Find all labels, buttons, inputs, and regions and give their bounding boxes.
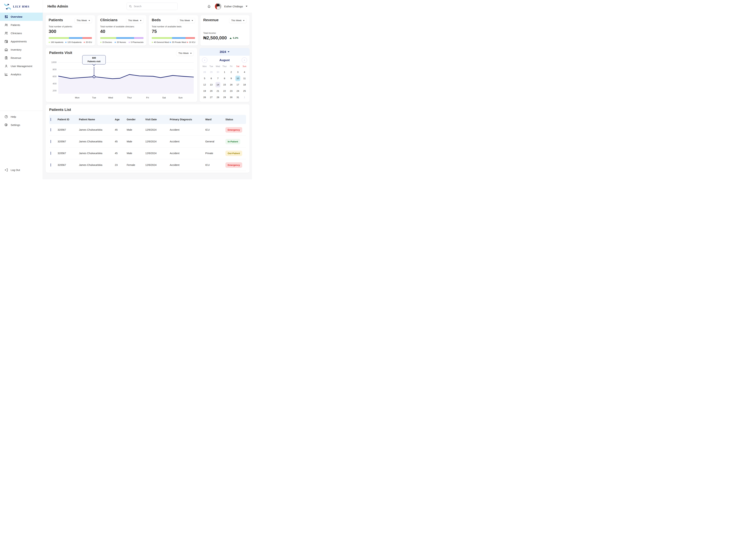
sidebar-item-log-out[interactable]: Log Out [0,166,43,174]
sidebar-item-inventory[interactable]: Inventory [0,45,43,54]
calendar-day[interactable]: 18 [241,81,248,88]
calendar-day[interactable]: 13 [208,81,214,88]
calendar-year-select[interactable]: 2024 [200,48,250,56]
calendar-day[interactable]: 9 [228,75,234,81]
x-axis-tick: Sun [178,96,182,99]
cell-gender: Male [127,128,145,131]
cell-ward: General [205,140,225,143]
chevron-down-icon [192,20,193,22]
calendar-next-month-button[interactable] [242,57,247,63]
calendar-day[interactable]: 12 [201,81,208,88]
calendar-day[interactable]: 28 [214,94,221,100]
legend-text: 120 Outpatients [68,41,81,43]
sidebar-item-analytics[interactable]: Analytics [0,70,43,79]
row-checkbox[interactable] [51,128,51,131]
chart-marker[interactable] [93,76,95,78]
line-chart: 600 Patients visit 1000800600400200MonTu… [58,58,194,95]
search-box[interactable] [126,3,178,10]
x-axis-tick: Tue [92,96,96,99]
sidebar-item-appointments[interactable]: Appointments [0,37,43,45]
calendar-day[interactable]: 17 [234,81,241,88]
calendar-weekday: Fri [228,64,234,69]
beds-period-select[interactable]: This Week [178,18,195,23]
calendar-day[interactable]: 20 [208,88,214,94]
calendar-day[interactable]: 14 [214,81,221,88]
calendar-day[interactable]: 15 [221,81,228,88]
beds-stat-card: Beds This Week Total number of available… [149,15,198,45]
cell-diagnosis: Accident [170,128,205,131]
clinicians-period-select[interactable]: This Week [126,18,144,23]
sidebar-item-overview[interactable]: Overview [0,13,43,21]
revenue-card: Revenue This Week Total Income: ₦2,500,0… [200,15,250,45]
column-header: Ward [205,118,225,121]
sidebar-item-patients[interactable]: Patients [0,21,43,29]
stat-legend: 160 Inpatients 120 Outpatients 20 ICU [49,41,92,43]
calendar-day[interactable]: 6 [208,75,214,81]
sidebar-item-label: Log Out [11,169,20,172]
sidebar-item-label: Patients [11,24,20,27]
calendar-day[interactable]: 1 [241,94,248,100]
row-checkbox[interactable] [51,163,51,167]
calendar-day[interactable]: 21 [214,88,221,94]
search-icon [129,5,132,8]
clinicians-icon [4,31,8,35]
sidebar-item-settings[interactable]: Settings [0,121,43,129]
sidebar-item-revenue[interactable]: Revenue [0,54,43,62]
calendar-day[interactable]: 28 [201,69,208,75]
user-avatar[interactable] [215,3,221,10]
select-all-checkbox[interactable] [51,118,51,121]
sidebar-item-help[interactable]: Help [0,113,43,121]
legend-text: 10 ICU [189,41,195,43]
row-checkbox[interactable] [51,152,51,155]
calendar-day[interactable]: 8 [221,75,228,81]
calendar-day[interactable]: 16 [228,81,234,88]
row-checkbox[interactable] [51,140,51,143]
calendar-day[interactable]: 2 [228,69,234,75]
calendar-day[interactable]: 3 [234,69,241,75]
calendar-day[interactable]: 29 [208,69,214,75]
user-menu-caret-icon[interactable] [246,6,248,8]
patients-list-card: Patients List Patient IDPatient NameAgeG… [46,104,250,173]
calendar-day[interactable]: 27 [208,94,214,100]
settings-icon [4,123,8,127]
calendar-day[interactable]: 19 [201,88,208,94]
calendar-day[interactable]: 1 [221,69,228,75]
calendar-day[interactable]: 11 [241,75,248,81]
calendar-day[interactable]: 31 [234,94,241,100]
sidebar-item-label: User Management [11,65,32,68]
sidebar-item-user-management[interactable]: User Management [0,62,43,70]
x-axis-tick: Fri [146,96,149,99]
legend-item: 25 Private Ward [170,41,186,43]
calendar-day[interactable]: 22 [221,88,228,94]
calendar-day-selected[interactable]: 10 [234,75,241,81]
cell-visit-date: 12/6/2024 [145,128,170,131]
calendar-day[interactable]: 5 [201,75,208,81]
calendar-day[interactable]: 30 [214,69,221,75]
cell-visit-date: 12/6/2024 [145,140,170,143]
sidebar-item-clinicians[interactable]: Clinicians [0,29,43,37]
patients-period-select[interactable]: This Week [74,18,92,23]
cell-visit-date: 12/6/2024 [145,152,170,155]
legend-dot-icon [115,42,116,43]
sidebar-item-label: Settings [11,124,20,127]
calendar-day[interactable]: 7 [214,75,221,81]
bar-segment [172,37,185,39]
calendar-day[interactable]: 25 [241,88,248,94]
chart-period-select[interactable]: This Week [176,51,194,56]
topbar-right: Esther Chidiogo [207,3,248,10]
notifications-bell-icon[interactable] [207,4,211,8]
legend-dot-icon [152,42,153,43]
calendar-day[interactable]: 24 [234,88,241,94]
calendar-day[interactable]: 29 [221,94,228,100]
revenue-period-select[interactable]: This Week [229,18,247,23]
legend-text: 20 ICU [86,41,92,43]
calendar-prev-month-button[interactable] [202,57,208,63]
sidebar-spacer2 [0,129,43,161]
status-badge: Emergency [225,162,242,168]
calendar-day[interactable]: 30 [228,94,234,100]
calendar-day[interactable]: 23 [228,88,234,94]
legend-dot-icon [187,42,188,43]
calendar-day[interactable]: 26 [201,94,208,100]
calendar-day[interactable]: 4 [241,69,248,75]
search-input[interactable] [134,5,175,8]
